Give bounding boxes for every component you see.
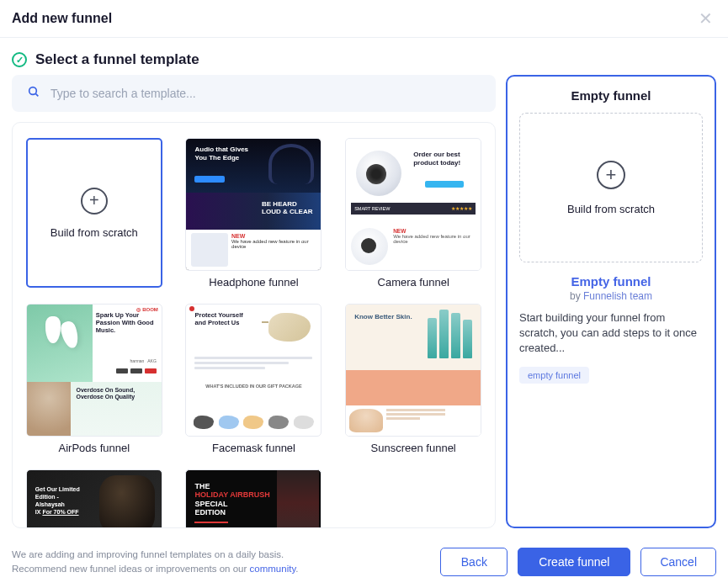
- template-card-camera[interactable]: Order our best product today! SMART REVI…: [342, 138, 485, 289]
- svg-point-0: [29, 87, 37, 95]
- back-button[interactable]: Back: [440, 548, 507, 576]
- svg-line-1: [35, 93, 38, 96]
- preview-description: Start building your funnel from scratch,…: [519, 310, 703, 357]
- template-label: Sunscreen funnel: [371, 442, 456, 454]
- search-icon: [27, 85, 40, 102]
- preview-author: by Funnelish team: [519, 290, 703, 302]
- search-input[interactable]: [50, 87, 481, 100]
- template-label: Headphone funnel: [209, 276, 298, 289]
- preview-thumbnail: + Build from scratch: [519, 113, 703, 262]
- search-container[interactable]: [12, 75, 496, 112]
- step-title: Select a funnel template: [35, 51, 199, 68]
- preview-tag: empty funnel: [519, 367, 589, 384]
- preview-scratch-label: Build from scratch: [567, 203, 655, 215]
- cancel-button[interactable]: Cancel: [640, 548, 716, 576]
- template-card-scratch[interactable]: + Build from scratch: [23, 138, 166, 289]
- plus-circle-icon: +: [597, 161, 625, 189]
- preview-title: Empty funnel: [519, 88, 703, 103]
- plus-circle-icon: +: [81, 188, 108, 215]
- template-card-airpods[interactable]: ◎ BOOM Spark Up Your Passion With Good M…: [23, 304, 166, 454]
- template-card-headphone[interactable]: Audio that GivesYou The Edge BE HEARD LO…: [183, 138, 326, 289]
- preview-funnel-name: Empty funnel: [519, 274, 703, 289]
- template-label: Build from scratch: [50, 226, 138, 239]
- create-funnel-button[interactable]: Create funnel: [518, 548, 630, 576]
- template-label: Facemask funnel: [212, 442, 295, 454]
- template-card-airbrush[interactable]: THEHOLIDAY AIRBRUSHSPECIALEDITION: [183, 469, 326, 528]
- community-link[interactable]: community: [250, 564, 296, 574]
- template-grid[interactable]: + Build from scratch Audio that GivesYou…: [12, 122, 496, 528]
- preview-panel: Empty funnel + Build from scratch Empty …: [506, 75, 716, 528]
- template-label: Camera funnel: [378, 276, 449, 289]
- template-card-darkoffer[interactable]: Get Our LimitedEdition - AlshaysahIX For…: [23, 469, 166, 528]
- close-icon[interactable]: ✕: [695, 8, 716, 29]
- template-card-facemask[interactable]: Protect Yourself and Protect Us WHAT'S I…: [183, 304, 326, 454]
- modal-title: Add new funnel: [12, 11, 112, 26]
- check-circle-icon: ✓: [12, 52, 27, 67]
- template-card-sunscreen[interactable]: Know Better Skin. Sunscreen funnel: [342, 304, 485, 454]
- footer-help-text: We are adding and improving funnel templ…: [12, 548, 298, 577]
- template-label: AirPods funnel: [59, 442, 130, 454]
